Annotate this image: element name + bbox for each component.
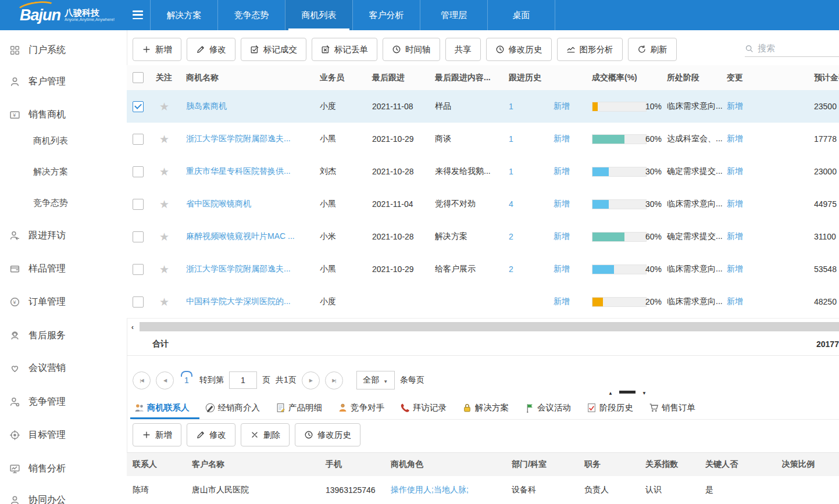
change-link[interactable]: 新增 <box>727 199 743 209</box>
col-stage[interactable]: 所处阶段 <box>667 65 725 90</box>
next-page-button[interactable] <box>302 371 320 389</box>
detail-history-button[interactable]: 修改历史 <box>295 423 360 446</box>
star-icon[interactable] <box>159 133 169 146</box>
opportunity-name-link[interactable]: 胰岛素商机 <box>186 101 227 112</box>
table-row[interactable]: 浙江大学医学院附属邵逸夫... 小黑 2021-10-29 给客户展示 2 新增… <box>127 253 839 286</box>
row-checkbox[interactable] <box>133 101 144 112</box>
tab-competitors[interactable]: 竞争对手 <box>336 396 386 419</box>
star-icon[interactable] <box>159 165 169 178</box>
collapse-down-icon[interactable] <box>642 387 647 397</box>
sidebar-item-sales-opportunities[interactable]: ¥ 销售商机 <box>9 106 66 123</box>
sidebar-item-conference-marketing[interactable]: 会议营销 <box>9 360 66 376</box>
detail-edit-button[interactable]: 修改 <box>187 423 235 446</box>
col-change[interactable]: 变更 <box>727 65 743 90</box>
edit-button[interactable]: 修改 <box>187 38 235 61</box>
col-history[interactable]: 跟进历史 <box>509 65 541 90</box>
col-watch[interactable]: 关注 <box>156 65 172 90</box>
col-last-content[interactable]: 最后跟进内容... <box>435 65 505 90</box>
star-icon[interactable] <box>159 263 169 276</box>
star-icon[interactable] <box>159 100 169 113</box>
table-row[interactable]: 重庆市华星专科医院替换供... 刘杰 2021-10-28 来得发给我鹅... … <box>127 155 839 188</box>
star-icon[interactable] <box>159 198 169 211</box>
star-icon[interactable] <box>159 295 169 309</box>
add-follow-link[interactable]: 新增 <box>554 296 570 307</box>
table-row[interactable]: 浙江大学医学院附属邵逸夫... 小黑 2021-10-29 商谈 1 新增 60… <box>127 123 839 156</box>
col-title[interactable]: 职务 <box>584 453 601 476</box>
scroll-left-icon[interactable] <box>127 321 138 333</box>
scrollbar-thumb[interactable] <box>140 322 839 331</box>
row-checkbox[interactable] <box>133 264 144 275</box>
nav-tab-competition[interactable]: 竞争态势 <box>217 0 285 30</box>
chart-analysis-button[interactable]: 图形分析 <box>557 38 623 61</box>
table-row[interactable]: 中国科学院大学深圳医院的... 小度 新增 20% 临床需求意向... 新增 4… <box>127 285 839 319</box>
col-amount[interactable]: 预计金额 <box>814 65 839 90</box>
change-link[interactable]: 新增 <box>727 101 743 112</box>
change-link[interactable]: 新增 <box>727 296 743 307</box>
col-is-key[interactable]: 关键人否 <box>705 453 738 476</box>
sidebar-item-portal[interactable]: 门户系统 <box>9 42 66 58</box>
detail-table-row[interactable]: 陈琦 唐山市人民医院 13963125746 操作使用人;当地人脉; 设备科 负… <box>127 476 839 504</box>
current-page[interactable]: 1 <box>179 376 194 385</box>
col-mobile[interactable]: 手机 <box>326 453 342 476</box>
col-owner[interactable]: 业务员 <box>320 65 344 90</box>
search-input[interactable]: 搜索 <box>745 41 839 57</box>
col-last-follow[interactable]: 最后跟进 <box>372 65 405 90</box>
change-link[interactable]: 新增 <box>727 134 743 144</box>
sidebar-item-follow-visits[interactable]: 跟进拜访 <box>9 227 66 244</box>
nav-tab-management[interactable]: 管理层 <box>420 0 487 30</box>
sidebar-subitem-competition[interactable]: 竞争态势 <box>33 195 68 210</box>
sidebar-subitem-opportunity-list[interactable]: 商机列表 <box>33 133 68 148</box>
add-follow-link[interactable]: 新增 <box>554 134 570 144</box>
opportunity-name-link[interactable]: 重庆市华星专科医院替换供... <box>186 166 291 177</box>
history-count-link[interactable]: 1 <box>509 102 513 111</box>
menu-hamburger-icon[interactable] <box>133 10 143 19</box>
detail-add-button[interactable]: 新增 <box>133 423 181 446</box>
row-checkbox[interactable] <box>133 166 144 177</box>
col-probability[interactable]: 成交概率(%) <box>592 65 637 90</box>
nav-tab-opportunity-list[interactable]: 商机列表 <box>285 0 352 30</box>
add-follow-link[interactable]: 新增 <box>554 166 570 177</box>
share-button[interactable]: 共享 <box>445 38 481 61</box>
add-follow-link[interactable]: 新增 <box>554 264 570 274</box>
history-count-link[interactable]: 4 <box>509 199 513 209</box>
add-follow-link[interactable]: 新增 <box>554 101 570 112</box>
change-link[interactable]: 新增 <box>727 231 743 242</box>
col-role[interactable]: 商机角色 <box>391 453 423 476</box>
sidebar-item-sales-analysis[interactable]: 销售分析 <box>9 460 66 477</box>
opportunity-name-link[interactable]: 中国科学院大学深圳医院的... <box>186 296 291 307</box>
splitter-handle[interactable] <box>619 391 636 394</box>
add-button[interactable]: 新增 <box>133 38 181 61</box>
refresh-button[interactable]: 刷新 <box>628 38 677 61</box>
role-link[interactable]: 操作使用人;当地人脉; <box>391 485 469 495</box>
opportunity-name-link[interactable]: 浙江大学医学院附属邵逸夫... <box>186 264 291 274</box>
collapse-up-icon[interactable] <box>608 387 613 397</box>
star-icon[interactable] <box>159 230 169 244</box>
table-row[interactable]: 麻醉视频喉镜窥视叶片MAC ... 小米 2021-10-28 解决方案 2 新… <box>127 220 839 253</box>
opportunity-name-link[interactable]: 浙江大学医学院附属邵逸夫... <box>186 134 291 144</box>
tab-product-details[interactable]: 产品明细 <box>274 396 324 419</box>
change-link[interactable]: 新增 <box>727 166 743 177</box>
select-all-checkbox[interactable] <box>133 72 144 83</box>
nav-tab-customer-analysis[interactable]: 客户分析 <box>352 0 420 30</box>
table-row[interactable]: 省中医院喉镜商机 小黑 2021-11-04 觉得不对劲 4 新增 30% 临床… <box>127 188 839 221</box>
page-number-input[interactable] <box>229 371 257 389</box>
mark-won-button[interactable]: 标记成交 <box>241 38 306 61</box>
row-checkbox[interactable] <box>133 296 144 308</box>
col-dept[interactable]: 部门/科室 <box>512 453 547 476</box>
tab-visit-records[interactable]: 拜访记录 <box>398 396 448 419</box>
row-checkbox[interactable] <box>133 231 144 242</box>
history-count-link[interactable]: 2 <box>509 264 513 274</box>
table-row[interactable]: 胰岛素商机 小度 2021-11-08 样品 1 新增 10% 临床需求意向..… <box>127 90 839 123</box>
tab-stage-history[interactable]: 阶段历史 <box>585 396 635 419</box>
sidebar-item-customers[interactable]: 客户管理 <box>9 73 66 90</box>
tab-solutions[interactable]: 解决方案 <box>460 396 510 419</box>
opportunity-name-link[interactable]: 省中医院喉镜商机 <box>186 199 251 209</box>
nav-tab-solutions[interactable]: 解决方案 <box>150 0 217 30</box>
last-page-button[interactable] <box>325 371 343 389</box>
col-customer[interactable]: 客户名称 <box>192 453 224 476</box>
row-checkbox[interactable] <box>133 134 144 145</box>
tab-sales-orders[interactable]: 销售订单 <box>647 396 697 419</box>
timeline-button[interactable]: 时间轴 <box>383 38 440 61</box>
tab-dealer-involvement[interactable]: 经销商介入 <box>203 396 262 419</box>
tab-opportunity-contacts[interactable]: 商机联系人 <box>133 396 191 419</box>
